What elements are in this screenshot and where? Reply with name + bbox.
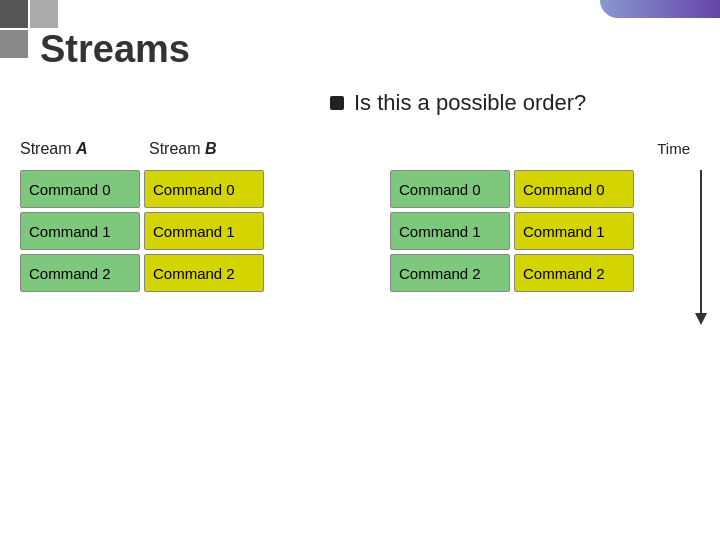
stream-a-letter: A xyxy=(76,140,88,157)
right-cmd-2-a: Command 2 xyxy=(390,254,510,292)
streams-area: Stream A Stream B Time xyxy=(20,140,700,166)
stream-b-letter: B xyxy=(205,140,217,157)
question-text: Is this a possible order? xyxy=(354,90,586,116)
time-arrow xyxy=(700,170,702,315)
right-command-grid: Command 0 Command 0 Command 1 Command 1 … xyxy=(390,170,634,292)
left-cmd-0-b: Command 0 xyxy=(144,170,264,208)
stream-labels-row: Stream A Stream B Time xyxy=(20,140,700,158)
bullet-icon xyxy=(330,96,344,110)
left-cmd-0-a: Command 0 xyxy=(20,170,140,208)
right-cmd-1-b: Command 1 xyxy=(514,212,634,250)
corner-decoration-tr xyxy=(600,0,720,18)
question-section: Is this a possible order? xyxy=(330,90,586,116)
left-cmd-1-a: Command 1 xyxy=(20,212,140,250)
time-label: Time xyxy=(657,140,690,157)
right-cmd-0-b: Command 0 xyxy=(514,170,634,208)
stream-a-label: Stream A xyxy=(20,140,145,158)
page-title: Streams xyxy=(40,28,190,71)
right-cmd-2-b: Command 2 xyxy=(514,254,634,292)
right-cmd-0-a: Command 0 xyxy=(390,170,510,208)
left-cmd-1-b: Command 1 xyxy=(144,212,264,250)
left-cmd-2-a: Command 2 xyxy=(20,254,140,292)
left-command-grid: Command 0 Command 0 Command 1 Command 1 … xyxy=(20,170,264,292)
right-cmd-1-a: Command 1 xyxy=(390,212,510,250)
stream-b-label: Stream B xyxy=(149,140,274,158)
left-cmd-2-b: Command 2 xyxy=(144,254,264,292)
